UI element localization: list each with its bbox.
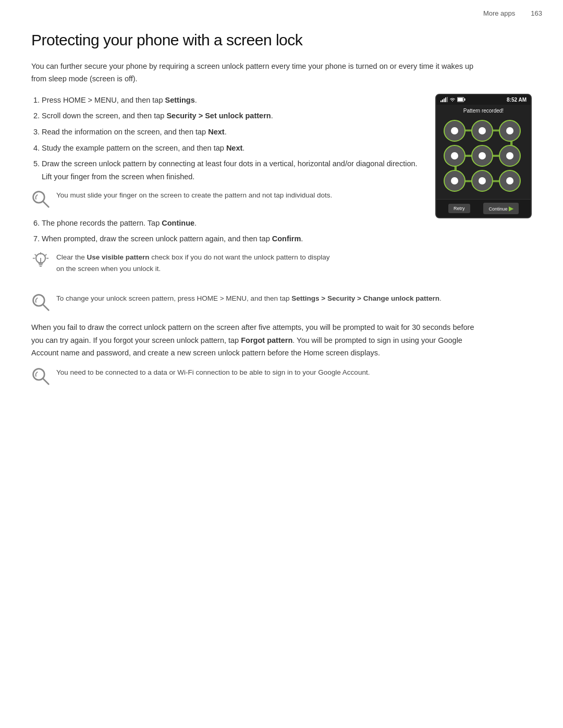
note-1-box: You must slide your finger on the screen… — [31, 190, 339, 211]
page-title: Protecting your phone with a screen lock — [31, 31, 532, 49]
steps-list: Press HOME > MENU, and then tap Settings… — [42, 94, 420, 183]
body-text-1: When you fail to draw the correct unlock… — [31, 321, 485, 360]
svg-rect-13 — [442, 100, 443, 102]
phone-pattern-area: Pattern recorded! — [436, 105, 531, 199]
dot-9 — [499, 170, 521, 192]
note-3-box: You need to be connected to a data or Wi… — [31, 367, 485, 388]
tip-1-text: Clear the Use visible pattern check box … — [56, 252, 339, 274]
steps-list-2: The phone records the pattern. Tap Conti… — [42, 217, 420, 245]
svg-rect-19 — [458, 98, 463, 101]
phone-screenshot-area: 8:52 AM Pattern recorded! — [435, 94, 532, 218]
page-number: 163 — [531, 9, 542, 17]
phone-screenshot: 8:52 AM Pattern recorded! — [435, 94, 532, 218]
retry-button[interactable]: Retry — [448, 204, 470, 213]
step-6: The phone records the pattern. Tap Conti… — [42, 217, 420, 230]
step-4: Study the example pattern on the screen,… — [42, 142, 420, 155]
dot-5 — [471, 145, 493, 167]
step-7: When prompted, draw the screen unlock pa… — [42, 232, 420, 245]
steps-left: Press HOME > MENU, and then tap Settings… — [31, 94, 420, 280]
tip-icon-1 — [31, 252, 50, 270]
svg-line-8 — [35, 254, 36, 255]
continue-icon: ▶ — [509, 205, 513, 212]
phone-bottom-bar: Retry Continue ▶ — [436, 199, 531, 217]
step-2: Scroll down the screen, and then tap Sec… — [42, 109, 420, 122]
svg-rect-14 — [444, 98, 445, 102]
phone-status-bar: 8:52 AM — [436, 95, 531, 105]
more-apps-label: More apps — [483, 9, 515, 17]
note-3-text: You need to be connected to a data or Wi… — [56, 367, 370, 378]
svg-line-31 — [43, 379, 49, 385]
dot-8 — [471, 170, 493, 192]
continue-button[interactable]: Continue ▶ — [483, 203, 519, 214]
dot-6 — [499, 145, 521, 167]
svg-rect-18 — [464, 98, 466, 101]
steps-section: Press HOME > MENU, and then tap Settings… — [31, 94, 532, 280]
svg-line-9 — [45, 254, 46, 255]
step-1: Press HOME > MENU, and then tap Settings… — [42, 94, 420, 107]
dot-1 — [444, 120, 466, 142]
pattern-recorded-label: Pattern recorded! — [442, 108, 525, 114]
intro-text: You can further secure your phone by req… — [31, 60, 485, 85]
note-icon-1 — [31, 190, 50, 211]
section-below: To change your unlock screen pattern, pr… — [31, 293, 485, 388]
step-5: Draw the screen unlock pattern by connec… — [42, 157, 420, 183]
dot-2 — [471, 120, 493, 142]
tip-1-box: Clear the Use visible pattern check box … — [31, 252, 339, 274]
dot-grid — [442, 118, 525, 194]
page-header: More apps 163 — [483, 9, 542, 17]
svg-rect-16 — [447, 97, 448, 102]
dot-grid-container — [442, 118, 525, 194]
note-1-text: You must slide your finger on the screen… — [56, 190, 332, 201]
svg-line-29 — [43, 305, 49, 311]
note-icon-3 — [31, 367, 50, 388]
svg-rect-12 — [440, 101, 442, 102]
note-2-text: To change your unlock screen pattern, pr… — [56, 293, 442, 304]
phone-time: 8:52 AM — [507, 97, 527, 103]
step-3: Read the information on the screen, and … — [42, 126, 420, 139]
note-icon-2 — [31, 293, 50, 314]
dot-4 — [444, 145, 466, 167]
page-content: Protecting your phone with a screen lock… — [0, 0, 563, 426]
svg-line-1 — [43, 201, 49, 207]
dot-7 — [444, 170, 466, 192]
note-2-box: To change your unlock screen pattern, pr… — [31, 293, 485, 314]
dot-3 — [499, 120, 521, 142]
svg-rect-15 — [445, 97, 446, 102]
status-icons-left — [440, 97, 466, 102]
